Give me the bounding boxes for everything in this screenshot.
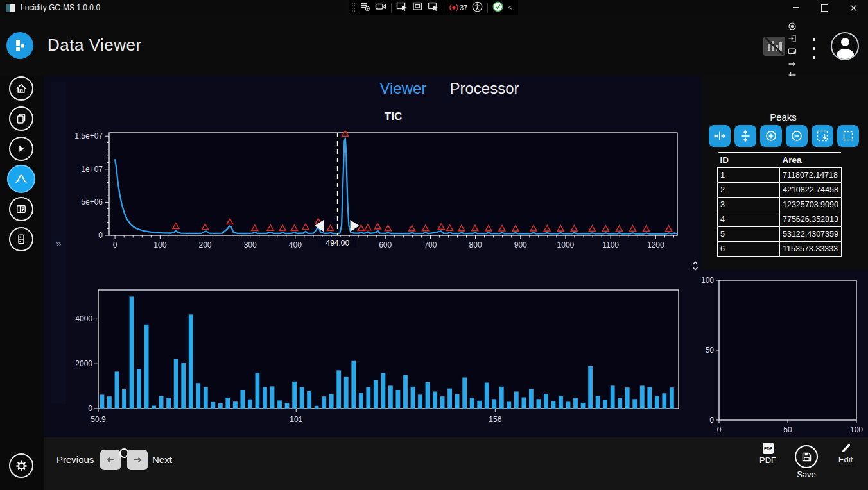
peaks-zoom-in-button[interactable] xyxy=(760,125,782,147)
marquee-icon xyxy=(841,129,855,143)
accessibility-icon[interactable] xyxy=(472,1,483,15)
tic-plot-area[interactable] xyxy=(109,133,677,235)
save-button-label: Save xyxy=(787,469,826,479)
camera-icon[interactable] xyxy=(375,1,386,14)
spectrum-bar xyxy=(470,398,474,409)
spectrum-bar xyxy=(107,396,112,409)
spectrum-bar xyxy=(396,390,401,409)
pointer-capture-alt-icon[interactable] xyxy=(428,1,439,15)
pointer-capture-icon[interactable] xyxy=(396,1,408,15)
spectrum-bar xyxy=(655,396,659,409)
axis-label: 400 xyxy=(289,241,302,249)
header-mini-toolbar xyxy=(788,22,797,82)
sidebar-item-chromatogram-active[interactable] xyxy=(7,165,35,193)
peak-id-cell: 6 xyxy=(718,242,780,257)
detail-y-axis: 050100 xyxy=(701,276,719,425)
toolbar-divider xyxy=(391,3,392,13)
spectrum-bar xyxy=(344,377,349,409)
toolbar-collapse-chevron[interactable]: < xyxy=(508,0,512,15)
peaks-zoom-out-button[interactable] xyxy=(786,125,808,147)
spectrum-bar xyxy=(130,297,134,409)
sidebar-item-home[interactable] xyxy=(9,76,33,101)
panel-resize-spinner[interactable] xyxy=(690,260,700,274)
peaks-table-row[interactable]: 312325703.9090 xyxy=(718,198,842,212)
spectrum-bar xyxy=(159,396,164,409)
arrow-left-icon xyxy=(106,456,116,464)
sidebar-item-documents[interactable] xyxy=(9,106,33,131)
toolbar-grip-handle[interactable] xyxy=(351,2,356,13)
spectrum-bar xyxy=(351,361,356,409)
spectrum-detail-chart[interactable]: 050100050100 xyxy=(697,273,868,433)
recorder-settings-icon[interactable] xyxy=(360,1,370,14)
sidebar-item-settings[interactable] xyxy=(9,453,33,478)
peaks-table-row[interactable]: 61153573.33333 xyxy=(718,242,842,257)
peaks-table-row[interactable]: 17118072.14718 xyxy=(718,168,842,183)
spectrum-bar xyxy=(248,400,252,409)
peak-id-cell: 4 xyxy=(718,212,780,227)
peaks-marquee-add-button[interactable] xyxy=(812,125,833,147)
peaks-table-row[interactable]: 4775626.352813 xyxy=(718,212,842,227)
peaks-expand-vertical-button[interactable] xyxy=(734,125,756,147)
peaks-table-row[interactable]: 24210822.74458 xyxy=(718,183,842,198)
mass-spectrum-bar-chart[interactable]: 02000400050.9101156 xyxy=(61,282,687,431)
tab-viewer[interactable]: Viewer xyxy=(380,80,427,97)
tab-processor[interactable]: Processor xyxy=(449,80,519,97)
sidebar-item-run[interactable] xyxy=(9,137,33,161)
maximize-button[interactable] xyxy=(810,0,839,15)
minimize-button[interactable] xyxy=(781,0,810,15)
spectrum-bar xyxy=(596,396,600,409)
axis-label: 100 xyxy=(153,241,166,249)
spectrum-bar xyxy=(662,393,666,409)
spectrum-bar xyxy=(115,371,119,409)
sidebar-item-report[interactable] xyxy=(9,197,33,221)
spectrum-bar xyxy=(603,400,607,409)
spectrum-bar xyxy=(166,398,171,409)
peaks-marquee-button[interactable] xyxy=(837,125,859,147)
status-ok-icon[interactable] xyxy=(492,1,503,15)
detail-plot-area[interactable] xyxy=(719,280,856,420)
next-button[interactable] xyxy=(127,450,148,470)
chromatogram-peak-icon xyxy=(13,171,29,187)
previous-button[interactable] xyxy=(100,450,121,470)
axis-label: 100 xyxy=(701,276,714,285)
home-icon xyxy=(15,82,28,95)
spectrum-bar xyxy=(573,398,578,409)
arrow-right-icon[interactable] xyxy=(788,58,797,70)
spectrum-bar xyxy=(225,398,230,409)
sidebar-item-library[interactable] xyxy=(9,227,33,251)
spectrum-bar xyxy=(618,398,622,409)
spectrum-bar xyxy=(426,382,430,409)
expand-horizontal-icon xyxy=(713,130,726,142)
spectrum-bar xyxy=(336,370,341,409)
app-logo xyxy=(6,32,33,59)
previous-label: Previous xyxy=(56,454,94,465)
axis-label: 800 xyxy=(469,241,482,249)
axis-label: 101 xyxy=(290,415,302,424)
image-view-disabled-icon[interactable] xyxy=(763,35,786,60)
peaks-expand-horizontal-button[interactable] xyxy=(709,125,731,147)
spectrum-bar xyxy=(418,394,422,409)
peak-area-cell: 7118072.14718 xyxy=(780,168,842,183)
axis-label: 4000 xyxy=(75,314,92,323)
spectrum-bar xyxy=(485,383,489,409)
marquee-arrow-icon xyxy=(815,129,829,143)
close-button[interactable] xyxy=(839,0,868,15)
target-icon[interactable] xyxy=(788,22,797,33)
account-avatar-button[interactable] xyxy=(831,32,859,60)
spectrum-bar xyxy=(537,399,541,409)
spectrum-bar xyxy=(366,387,370,409)
peaks-table-row[interactable]: 553122.4307359 xyxy=(718,227,842,242)
peak-id-cell: 2 xyxy=(718,183,780,198)
arrow-right-icon xyxy=(133,456,143,464)
axis-label: 300 xyxy=(244,241,257,249)
overflow-menu-button[interactable] xyxy=(810,37,819,60)
sign-in-icon[interactable] xyxy=(788,34,797,46)
spectrum-bar xyxy=(174,359,178,409)
region-capture-icon[interactable] xyxy=(412,1,423,14)
axis-label: 1e+07 xyxy=(81,165,103,174)
gear-icon xyxy=(15,459,28,473)
chevron-expand-icon: » xyxy=(56,238,61,249)
tic-chromatogram-chart[interactable]: 0100200300400500600700800900100011001200… xyxy=(67,128,684,251)
record-count-badge[interactable]: 37 xyxy=(449,3,467,13)
display-icon[interactable] xyxy=(788,46,797,58)
